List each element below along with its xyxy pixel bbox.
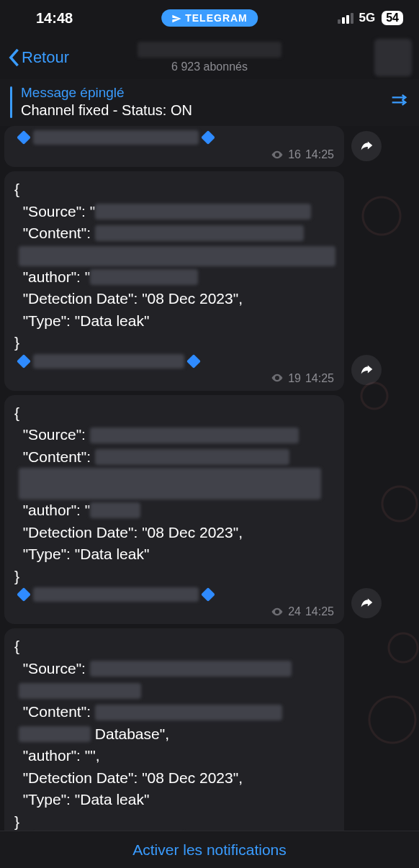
eye-icon	[271, 371, 284, 384]
redacted-text	[95, 449, 289, 465]
telegram-pill-label: TELEGRAM	[185, 12, 248, 24]
json-line: "author": "	[14, 266, 334, 288]
json-line: "author": "",	[14, 745, 334, 767]
message-meta: 24 14:25	[14, 603, 334, 620]
pinned-subtitle: Channel fixed - Status: ON	[21, 102, 192, 119]
enable-notifications-button[interactable]: Activer les notifications	[0, 831, 419, 868]
message-row: 16 14:25	[4, 126, 415, 167]
subscriber-count: 6 923 abonnés	[138, 60, 281, 73]
redacted-text	[90, 502, 140, 518]
json-line: {	[14, 402, 334, 424]
redacted-text	[19, 246, 335, 266]
diamond-icon	[17, 354, 31, 369]
json-line: }	[14, 566, 334, 587]
redacted-text	[19, 726, 91, 742]
chat-header: Retour 6 923 abonnés	[0, 36, 419, 79]
json-line: "Detection Date": "08 Dec 2023",	[14, 522, 334, 543]
chevron-left-icon	[7, 48, 20, 68]
json-line: "Detection Date": "08 Dec 2023",	[14, 288, 334, 309]
message-meta: 16 14:25	[14, 146, 334, 163]
json-line: }	[14, 332, 334, 353]
redacted-text	[90, 428, 299, 443]
redacted-text	[19, 683, 141, 699]
status-time: 14:48	[36, 10, 73, 27]
redacted-text	[90, 269, 198, 285]
redacted-line	[14, 679, 334, 701]
message-row: { "Source": " "Content": "author": " "De…	[4, 171, 415, 391]
enable-notifications-label: Activer les notifications	[132, 841, 287, 859]
json-line: "author": "	[14, 499, 334, 521]
share-arrow-icon	[359, 138, 374, 154]
message-line	[14, 130, 334, 145]
redacted-text	[33, 587, 199, 602]
share-button[interactable]	[351, 131, 382, 161]
message-line	[14, 587, 334, 602]
message-list[interactable]: 16 14:25 { "Source": " "Content": "autho…	[0, 126, 419, 868]
battery-level: 54	[382, 11, 403, 25]
eye-icon	[271, 148, 284, 161]
message-bubble[interactable]: { "Source": " "Content": "author": " "De…	[4, 171, 344, 391]
pin-icon[interactable]	[389, 91, 409, 114]
redacted-text	[95, 705, 282, 720]
diamond-icon	[17, 130, 31, 145]
json-line: "Content":	[14, 222, 334, 244]
message-time: 14:25	[305, 603, 334, 620]
eye-icon	[271, 605, 284, 618]
channel-name-redacted	[138, 42, 281, 58]
json-line: "Content":	[14, 446, 334, 468]
redacted-text	[33, 354, 184, 369]
channel-avatar[interactable]	[374, 39, 412, 76]
diamond-icon	[186, 354, 201, 369]
share-button[interactable]	[351, 355, 382, 385]
network-type: 5G	[359, 11, 376, 25]
share-arrow-icon	[359, 362, 374, 378]
json-line: {	[14, 178, 334, 200]
json-line: "Type": "Data leak"	[14, 543, 334, 565]
diamond-icon	[201, 130, 215, 145]
channel-title-block[interactable]: 6 923 abonnés	[138, 42, 281, 73]
json-line: Database",	[14, 723, 334, 745]
back-label: Retour	[22, 48, 69, 67]
signal-bars-icon	[338, 13, 353, 24]
message-row: { "Source": "Content": "author": " "Dete…	[4, 395, 415, 624]
view-count: 19	[288, 370, 301, 386]
pinned-accent-bar	[10, 86, 12, 118]
json-line: "Type": "Data leak"	[14, 789, 334, 810]
redacted-text	[95, 225, 304, 241]
message-bubble[interactable]: 16 14:25	[4, 126, 344, 167]
json-line: }	[14, 811, 334, 833]
view-count: 16	[288, 146, 301, 163]
message-meta: 19 14:25	[14, 370, 334, 386]
diamond-icon	[17, 587, 31, 602]
json-line: {	[14, 636, 334, 657]
message-time: 14:25	[305, 370, 334, 386]
redacted-text	[19, 468, 321, 499]
view-count: 24	[288, 603, 301, 620]
json-line: "Source":	[14, 658, 334, 679]
message-time: 14:25	[305, 146, 334, 163]
redacted-line	[14, 245, 334, 266]
back-button[interactable]: Retour	[7, 48, 69, 68]
json-line: "Detection Date": "08 Dec 2023",	[14, 767, 334, 789]
json-line: "Source": "	[14, 201, 334, 222]
share-button[interactable]	[351, 588, 382, 618]
status-bar: 14:48 TELEGRAM 5G 54	[0, 0, 419, 36]
share-arrow-icon	[359, 595, 374, 611]
redacted-line	[14, 468, 334, 499]
redacted-text	[33, 130, 199, 145]
telegram-pill: TELEGRAM	[161, 9, 258, 27]
pinned-message-bar[interactable]: Message épinglé Channel fixed - Status: …	[0, 79, 419, 126]
paper-plane-icon	[171, 14, 181, 24]
redacted-text	[90, 661, 292, 677]
diamond-icon	[201, 587, 215, 602]
redacted-text	[95, 204, 311, 220]
message-line	[14, 354, 334, 369]
json-line: "Type": "Data leak"	[14, 310, 334, 332]
json-line: "Content":	[14, 701, 334, 723]
message-bubble[interactable]: { "Source": "Content": "author": " "Dete…	[4, 395, 344, 624]
pinned-title: Message épinglé	[21, 85, 192, 101]
json-line: "Source":	[14, 424, 334, 446]
